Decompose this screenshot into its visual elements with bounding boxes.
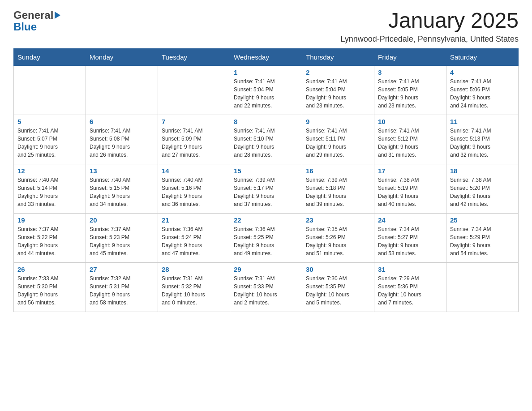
calendar-table: SundayMondayTuesdayWednesdayThursdayFrid…: [13, 48, 519, 312]
calendar-cell: 24Sunrise: 7:34 AM Sunset: 5:27 PM Dayli…: [374, 213, 446, 262]
weekday-header-saturday: Saturday: [446, 48, 519, 65]
calendar-cell: 21Sunrise: 7:36 AM Sunset: 5:24 PM Dayli…: [158, 213, 230, 262]
logo-blue-text: Blue: [13, 21, 37, 33]
calendar-cell: 10Sunrise: 7:41 AM Sunset: 5:12 PM Dayli…: [374, 115, 446, 164]
day-number: 28: [162, 265, 226, 273]
weekday-header-thursday: Thursday: [302, 48, 374, 65]
day-number: 8: [234, 118, 298, 125]
calendar-cell: 27Sunrise: 7:32 AM Sunset: 5:31 PM Dayli…: [86, 262, 158, 312]
calendar-cell: 30Sunrise: 7:30 AM Sunset: 5:35 PM Dayli…: [302, 262, 374, 312]
weekday-header-tuesday: Tuesday: [158, 48, 230, 65]
day-info: Sunrise: 7:41 AM Sunset: 5:08 PM Dayligh…: [90, 127, 154, 159]
day-info: Sunrise: 7:41 AM Sunset: 5:07 PM Dayligh…: [17, 127, 82, 159]
day-number: 18: [450, 167, 515, 175]
day-number: 7: [162, 118, 226, 125]
day-info: Sunrise: 7:39 AM Sunset: 5:18 PM Dayligh…: [306, 176, 370, 208]
calendar-cell: 17Sunrise: 7:38 AM Sunset: 5:19 PM Dayli…: [374, 164, 446, 213]
day-info: Sunrise: 7:41 AM Sunset: 5:06 PM Dayligh…: [450, 77, 515, 110]
day-info: Sunrise: 7:37 AM Sunset: 5:22 PM Dayligh…: [17, 225, 82, 257]
day-number: 31: [378, 265, 442, 273]
day-number: 5: [17, 118, 82, 125]
day-info: Sunrise: 7:37 AM Sunset: 5:23 PM Dayligh…: [90, 225, 154, 257]
day-number: 16: [306, 167, 370, 175]
calendar-cell: 15Sunrise: 7:39 AM Sunset: 5:17 PM Dayli…: [230, 164, 302, 213]
calendar-cell: 4Sunrise: 7:41 AM Sunset: 5:06 PM Daylig…: [446, 65, 519, 115]
day-number: 20: [90, 216, 154, 224]
day-number: 26: [17, 265, 82, 273]
calendar-header: SundayMondayTuesdayWednesdayThursdayFrid…: [14, 48, 519, 65]
calendar-cell: 1Sunrise: 7:41 AM Sunset: 5:04 PM Daylig…: [230, 65, 302, 115]
day-info: Sunrise: 7:32 AM Sunset: 5:31 PM Dayligh…: [90, 274, 154, 307]
day-number: 30: [306, 265, 370, 273]
calendar-cell: 6Sunrise: 7:41 AM Sunset: 5:08 PM Daylig…: [86, 115, 158, 164]
day-number: 1: [234, 68, 298, 76]
day-info: Sunrise: 7:41 AM Sunset: 5:09 PM Dayligh…: [162, 127, 226, 159]
page-subtitle: Lynnwood-Pricedale, Pennsylvania, United…: [340, 34, 519, 44]
calendar-cell: 5Sunrise: 7:41 AM Sunset: 5:07 PM Daylig…: [14, 115, 86, 164]
day-number: 11: [450, 118, 515, 125]
calendar-cell: 22Sunrise: 7:36 AM Sunset: 5:25 PM Dayli…: [230, 213, 302, 262]
day-number: 13: [90, 167, 154, 175]
calendar-cell: 31Sunrise: 7:29 AM Sunset: 5:36 PM Dayli…: [374, 262, 446, 312]
calendar-cell: 16Sunrise: 7:39 AM Sunset: 5:18 PM Dayli…: [302, 164, 374, 213]
weekday-header-monday: Monday: [86, 48, 158, 65]
week-row-3: 12Sunrise: 7:40 AM Sunset: 5:14 PM Dayli…: [14, 164, 519, 213]
calendar-cell: [86, 65, 158, 115]
day-number: 10: [378, 118, 442, 125]
day-number: 23: [306, 216, 370, 224]
calendar-cell: 7Sunrise: 7:41 AM Sunset: 5:09 PM Daylig…: [158, 115, 230, 164]
day-number: 9: [306, 118, 370, 125]
calendar-body: 1Sunrise: 7:41 AM Sunset: 5:04 PM Daylig…: [14, 65, 519, 312]
day-info: Sunrise: 7:41 AM Sunset: 5:10 PM Dayligh…: [234, 127, 298, 159]
day-info: Sunrise: 7:29 AM Sunset: 5:36 PM Dayligh…: [378, 274, 442, 307]
calendar-cell: 13Sunrise: 7:40 AM Sunset: 5:15 PM Dayli…: [86, 164, 158, 213]
calendar-cell: [446, 262, 519, 312]
day-number: 15: [234, 167, 298, 175]
day-number: 29: [234, 265, 298, 273]
calendar-cell: 18Sunrise: 7:38 AM Sunset: 5:20 PM Dayli…: [446, 164, 519, 213]
blue-label: Blue: [13, 21, 37, 33]
day-info: Sunrise: 7:41 AM Sunset: 5:13 PM Dayligh…: [450, 127, 515, 159]
calendar-cell: 28Sunrise: 7:31 AM Sunset: 5:32 PM Dayli…: [158, 262, 230, 312]
general-label: General: [13, 9, 53, 21]
calendar-cell: 8Sunrise: 7:41 AM Sunset: 5:10 PM Daylig…: [230, 115, 302, 164]
calendar-cell: 20Sunrise: 7:37 AM Sunset: 5:23 PM Dayli…: [86, 213, 158, 262]
calendar-cell: [14, 65, 86, 115]
day-number: 22: [234, 216, 298, 224]
weekday-header-friday: Friday: [374, 48, 446, 65]
calendar-cell: 23Sunrise: 7:35 AM Sunset: 5:26 PM Dayli…: [302, 213, 374, 262]
day-number: 19: [17, 216, 82, 224]
week-row-5: 26Sunrise: 7:33 AM Sunset: 5:30 PM Dayli…: [14, 262, 519, 312]
week-row-2: 5Sunrise: 7:41 AM Sunset: 5:07 PM Daylig…: [14, 115, 519, 164]
day-number: 25: [450, 216, 515, 224]
day-info: Sunrise: 7:33 AM Sunset: 5:30 PM Dayligh…: [17, 274, 82, 307]
day-number: 6: [90, 118, 154, 125]
day-info: Sunrise: 7:38 AM Sunset: 5:19 PM Dayligh…: [378, 176, 442, 208]
logo-general-text: General: [13, 9, 60, 21]
day-info: Sunrise: 7:36 AM Sunset: 5:25 PM Dayligh…: [234, 225, 298, 257]
calendar-cell: 29Sunrise: 7:31 AM Sunset: 5:33 PM Dayli…: [230, 262, 302, 312]
day-number: 17: [378, 167, 442, 175]
weekday-header-wednesday: Wednesday: [230, 48, 302, 65]
calendar-cell: 9Sunrise: 7:41 AM Sunset: 5:11 PM Daylig…: [302, 115, 374, 164]
calendar-cell: 12Sunrise: 7:40 AM Sunset: 5:14 PM Dayli…: [14, 164, 86, 213]
calendar-cell: 14Sunrise: 7:40 AM Sunset: 5:16 PM Dayli…: [158, 164, 230, 213]
day-info: Sunrise: 7:41 AM Sunset: 5:05 PM Dayligh…: [378, 77, 442, 110]
day-info: Sunrise: 7:40 AM Sunset: 5:16 PM Dayligh…: [162, 176, 226, 208]
page-title: January 2025: [340, 9, 519, 33]
logo-arrow-icon: [55, 12, 60, 19]
day-info: Sunrise: 7:40 AM Sunset: 5:14 PM Dayligh…: [17, 176, 82, 208]
day-info: Sunrise: 7:34 AM Sunset: 5:29 PM Dayligh…: [450, 225, 515, 257]
calendar-cell: 11Sunrise: 7:41 AM Sunset: 5:13 PM Dayli…: [446, 115, 519, 164]
day-info: Sunrise: 7:41 AM Sunset: 5:12 PM Dayligh…: [378, 127, 442, 159]
day-number: 12: [17, 167, 82, 175]
calendar-cell: 26Sunrise: 7:33 AM Sunset: 5:30 PM Dayli…: [14, 262, 86, 312]
day-number: 27: [90, 265, 154, 273]
day-info: Sunrise: 7:31 AM Sunset: 5:32 PM Dayligh…: [162, 274, 226, 307]
weekday-header-row: SundayMondayTuesdayWednesdayThursdayFrid…: [14, 48, 519, 65]
day-info: Sunrise: 7:31 AM Sunset: 5:33 PM Dayligh…: [234, 274, 298, 307]
weekday-header-sunday: Sunday: [14, 48, 86, 65]
day-info: Sunrise: 7:30 AM Sunset: 5:35 PM Dayligh…: [306, 274, 370, 307]
day-number: 3: [378, 68, 442, 76]
day-info: Sunrise: 7:35 AM Sunset: 5:26 PM Dayligh…: [306, 225, 370, 257]
